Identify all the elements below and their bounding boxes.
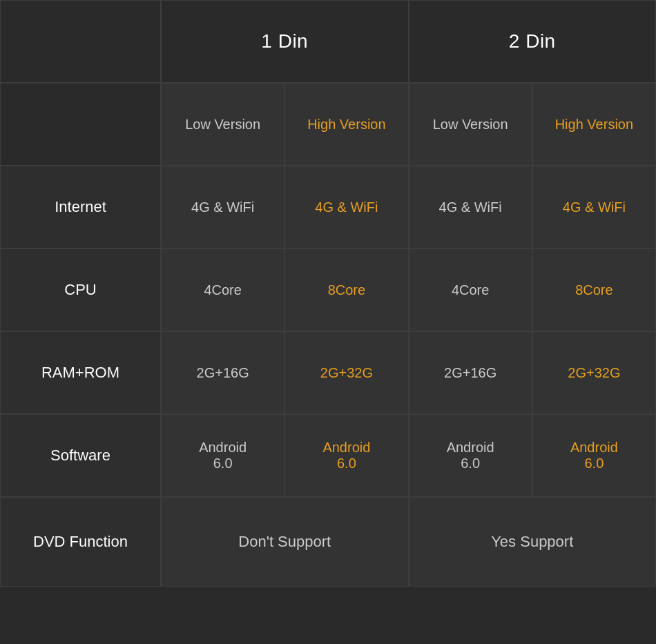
cpu-high2: 8Core [532, 248, 656, 331]
din2-header: 2 Din [409, 0, 657, 83]
high-version-1: High Version [284, 83, 408, 166]
comparison-table: 1 Din 2 Din Low Version High Version Low… [0, 0, 656, 644]
din1-header: 1 Din [161, 0, 409, 83]
internet-label: Internet [0, 166, 161, 248]
low-version-2: Low Version [409, 83, 532, 166]
ramrom-low2: 2G+16G [409, 331, 532, 414]
header-empty [0, 0, 161, 83]
internet-low2: 4G & WiFi [409, 166, 532, 248]
cpu-high1: 8Core [284, 248, 408, 331]
high-version-2: High Version [532, 83, 656, 166]
cpu-low2: 4Core [409, 248, 532, 331]
internet-high2: 4G & WiFi [532, 166, 656, 248]
software-low2: Android6.0 [409, 414, 532, 497]
ramrom-low1: 2G+16G [161, 331, 284, 414]
internet-high1: 4G & WiFi [284, 166, 408, 248]
software-high2: Android6.0 [532, 414, 656, 497]
subheader-empty [0, 83, 161, 166]
ramrom-high2: 2G+32G [532, 331, 656, 414]
software-low1: Android6.0 [161, 414, 284, 497]
dvd-no-support: Don't Support [161, 497, 409, 587]
ramrom-label: RAM+ROM [0, 331, 161, 414]
ramrom-high1: 2G+32G [284, 331, 408, 414]
software-label: Software [0, 414, 161, 497]
internet-low1: 4G & WiFi [161, 166, 284, 248]
cpu-low1: 4Core [161, 248, 284, 331]
dvd-label: DVD Function [0, 497, 161, 587]
software-high1: Android6.0 [284, 414, 408, 497]
dvd-yes-support: Yes Support [409, 497, 657, 587]
cpu-label: CPU [0, 248, 161, 331]
low-version-1: Low Version [161, 83, 284, 166]
